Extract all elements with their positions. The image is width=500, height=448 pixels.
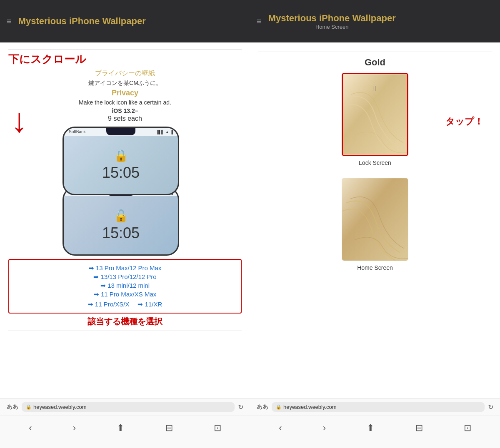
lock-screen-label: Lock Screen [342, 159, 408, 166]
left-header: ≡ Mysterious iPhone Wallpaper [0, 0, 250, 42]
right-content-area: Gold [250, 42, 500, 398]
swirl-svg-lock:  [343, 74, 407, 155]
right-title: Mysterious iPhone Wallpaper [268, 13, 396, 24]
select-instruction: 該当する機種を選択 [8, 316, 242, 327]
lock-icon-top: 🔒 [114, 149, 128, 162]
device-links-box: ➡ 13 Pro Max/12 Pro Max ➡ 13/13 Pro/12/1… [8, 259, 242, 314]
left-share-button[interactable]: ⬆ [117, 423, 124, 433]
status-bar-top: SoftBank ▐▌▌ ▲ ▐ [64, 128, 178, 136]
category-jp: プライバシーの壁紙 [8, 69, 242, 78]
signal-icon: ▐▌▌ [156, 130, 164, 134]
link-11pro[interactable]: ➡ 11 Pro/XS/X [88, 301, 130, 308]
time-top: 15:05 [102, 164, 140, 182]
left-aa-label[interactable]: ああ [7, 403, 18, 411]
carrier-top: SoftBank [69, 129, 86, 134]
right-subtitle: Home Screen [315, 24, 348, 30]
lock-screen-wallpaper[interactable]:  Lock Screen [342, 73, 408, 166]
left-back-button[interactable]: ‹ [29, 423, 32, 433]
sets-label: 9 sets each [8, 115, 242, 122]
right-url-text: heyeased.weebly.com [283, 404, 337, 410]
left-phone-panel: ≡ Mysterious iPhone Wallpaper 下にスクロール プラ… [0, 0, 250, 448]
link-11xr[interactable]: ➡ 11/XR [138, 301, 162, 308]
svg-text::  [373, 84, 376, 93]
link-13mini[interactable]: ➡ 13 mini/12 mini [14, 282, 236, 289]
iphone-screen-bottom: 🔓 15:05 [64, 196, 178, 254]
right-share-button[interactable]: ⬆ [367, 423, 374, 433]
left-forward-button[interactable]: › [73, 423, 76, 433]
ios-label: iOS 13.2– [8, 107, 242, 114]
battery-icon: ▐ [170, 130, 173, 134]
right-url-bar: ああ 🔒 heyeased.weebly.com ↻ [250, 398, 500, 415]
link-11promax[interactable]: ➡ 11 Pro Max/XS Max [14, 291, 236, 298]
home-screen-label: Home Screen [342, 264, 408, 271]
left-main-content: 下にスクロール プライバシーの壁紙 鍵アイコンを某CMふうに。 Privacy … [0, 42, 250, 338]
right-main-content: Gold [250, 42, 500, 398]
left-url-text: heyeased.weebly.com [33, 404, 87, 410]
left-url-bar: ああ 🔒 heyeased.weebly.com ↻ [0, 398, 250, 415]
left-url-field[interactable]: 🔒 heyeased.weebly.com [22, 402, 235, 412]
swirl-svg-home [342, 178, 408, 261]
left-browser-bar: ああ 🔒 heyeased.weebly.com ↻ ‹ › ⬆ ⊟ ⊡ [0, 398, 250, 448]
wifi-icon: ▲ [165, 130, 169, 134]
red-arrow-down-icon: ↓ [11, 104, 28, 137]
iphone-screen-top: 🔒 15:05 [64, 136, 178, 194]
right-header: ≡ Mysterious iPhone Wallpaper Home Scree… [250, 0, 500, 42]
iphone-mockup-pair: SoftBank ▐▌▌ ▲ ▐ 🔒 15:05 [62, 127, 188, 256]
right-reload-button[interactable]: ↻ [488, 403, 493, 411]
link-13pro[interactable]: ➡ 13/13 Pro/12/12 Pro [14, 273, 236, 281]
tap-label: タップ！ [445, 115, 483, 128]
right-hamburger-icon[interactable]: ≡ [257, 17, 262, 26]
left-reload-button[interactable]: ↻ [238, 403, 243, 411]
time-bottom: 15:05 [102, 224, 140, 242]
category-en: Privacy [8, 89, 242, 97]
link-13promax[interactable]: ➡ 13 Pro Max/12 Pro Max [14, 264, 236, 272]
right-bookmarks-button[interactable]: ⊟ [415, 423, 423, 433]
lock-icon-bottom: 🔓 [114, 209, 128, 223]
right-lock-icon: 🔒 [276, 404, 282, 410]
left-lock-icon: 🔒 [26, 404, 32, 410]
right-back-button[interactable]: ‹ [279, 423, 282, 433]
right-phone-panel: ≡ Mysterious iPhone Wallpaper Home Scree… [250, 0, 500, 448]
right-nav-bar: ‹ › ⬆ ⊟ ⊡ [250, 415, 500, 440]
left-hamburger-icon[interactable]: ≡ [7, 17, 12, 26]
left-bookmarks-button[interactable]: ⊟ [165, 423, 173, 433]
category-desc-en: Make the lock icon like a certain ad. [8, 99, 242, 106]
iphone-top-mockup: SoftBank ▐▌▌ ▲ ▐ 🔒 15:05 [62, 127, 179, 195]
gold-title: Gold [258, 57, 492, 68]
right-url-field[interactable]: 🔒 heyeased.weebly.com [272, 402, 485, 412]
left-title: Mysterious iPhone Wallpaper [18, 16, 146, 27]
home-screen-wallpaper[interactable]: Home Screen [342, 178, 408, 271]
category-desc-jp: 鍵アイコンを某CMふうに。 [8, 80, 242, 87]
left-nav-bar: ‹ › ⬆ ⊟ ⊡ [0, 415, 250, 440]
right-tabs-button[interactable]: ⊡ [464, 423, 471, 433]
scroll-instruction: 下にスクロール [8, 52, 242, 67]
right-browser-bar: ああ 🔒 heyeased.weebly.com ↻ ‹ › ⬆ ⊟ ⊡ [250, 398, 500, 448]
iphone-bottom-mockup: SoftBank ▐▌▌ ▲ ▐ 🔓 15:05 [62, 187, 179, 256]
left-content-area: 下にスクロール プライバシーの壁紙 鍵アイコンを某CMふうに。 Privacy … [0, 42, 250, 398]
right-forward-button[interactable]: › [323, 423, 326, 433]
left-tabs-button[interactable]: ⊡ [214, 423, 221, 433]
right-aa-label[interactable]: ああ [257, 403, 268, 411]
